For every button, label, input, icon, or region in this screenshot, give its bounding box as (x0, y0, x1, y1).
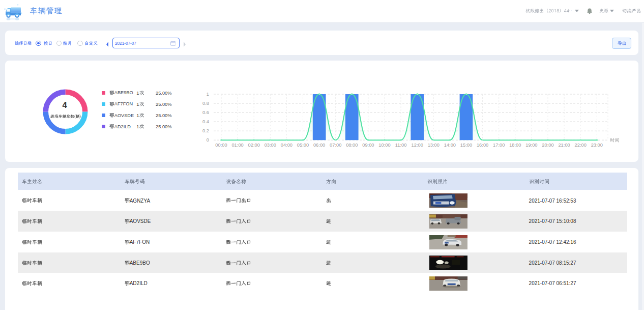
svg-text:21:00: 21:00 (558, 143, 570, 148)
svg-text:00:00: 00:00 (215, 143, 227, 148)
svg-text:16:00: 16:00 (477, 143, 488, 148)
svg-text:0.8: 0.8 (202, 101, 209, 106)
svg-text:02:00: 02:00 (248, 143, 260, 148)
svg-text:19:00: 19:00 (525, 143, 537, 148)
svg-text:0.4: 0.4 (202, 119, 209, 124)
svg-text:01:00: 01:00 (231, 143, 243, 148)
svg-text:07:00: 07:00 (330, 143, 341, 148)
svg-text:23:00: 23:00 (591, 143, 603, 148)
svg-text:10:00: 10:00 (378, 143, 390, 148)
svg-text:0.2: 0.2 (202, 128, 209, 133)
svg-text:12:00: 12:00 (412, 143, 423, 148)
svg-text:04:00: 04:00 (281, 143, 292, 148)
svg-text:13:00: 13:00 (428, 143, 440, 148)
svg-text:05:00: 05:00 (297, 143, 309, 148)
svg-text:08:00: 08:00 (346, 143, 358, 148)
svg-text:09:00: 09:00 (362, 143, 374, 148)
svg-text:15:00: 15:00 (460, 143, 472, 148)
svg-text:17:00: 17:00 (493, 143, 505, 148)
svg-text:18:00: 18:00 (509, 143, 521, 148)
svg-text:03:00: 03:00 (265, 143, 276, 148)
svg-text:0.6: 0.6 (202, 110, 209, 115)
svg-text:22:00: 22:00 (575, 143, 587, 148)
svg-text:0: 0 (207, 137, 209, 143)
svg-text:20:00: 20:00 (542, 143, 553, 148)
svg-text:11:00: 11:00 (395, 143, 407, 148)
svg-text:06:00: 06:00 (313, 143, 325, 148)
svg-text:14:00: 14:00 (444, 143, 456, 148)
svg-text:1: 1 (207, 92, 209, 97)
